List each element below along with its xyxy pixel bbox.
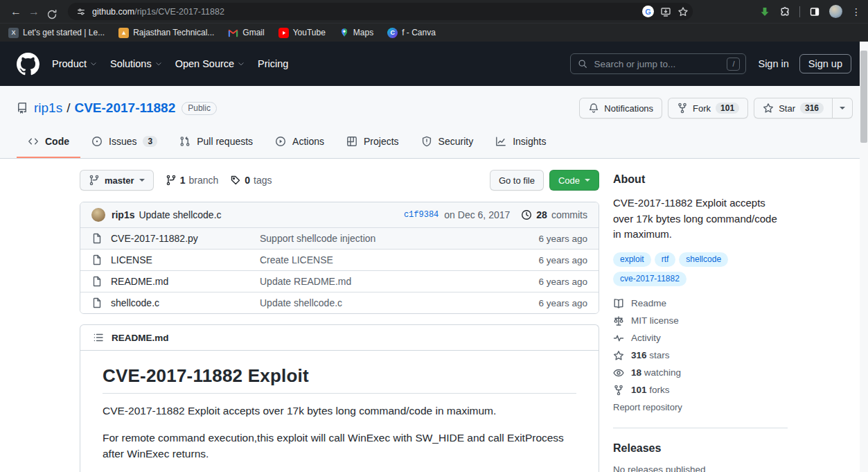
star-count[interactable]: 316	[800, 103, 824, 114]
readme-title: CVE-2017-11882 Exploit	[103, 365, 576, 394]
search-input[interactable]	[592, 58, 722, 70]
bookmark-star-icon[interactable]	[677, 6, 689, 17]
nav-solutions[interactable]: Solutions	[110, 58, 162, 69]
go-to-file-button[interactable]: Go to file	[490, 170, 544, 191]
files-box: rip1s Update shellcode.c c1f9384 on Dec …	[80, 202, 599, 314]
tab-actions[interactable]: Actions	[264, 126, 335, 158]
file-row[interactable]: shellcode.c Update shellcode.c 6 years a…	[80, 292, 599, 313]
file-row[interactable]: LICENSE Create LICENSE 6 years ago	[80, 249, 599, 270]
sign-in-link[interactable]: Sign in	[758, 58, 788, 69]
download-extension-icon[interactable]	[759, 6, 770, 17]
toolbar-right-cluster: ⋮	[759, 5, 861, 18]
commit-message[interactable]: Update shellcode.c	[139, 209, 221, 220]
star-button[interactable]: Star 316	[754, 98, 833, 119]
releases-empty-text: No releases published	[613, 464, 788, 472]
file-commit-message[interactable]: Create LICENSE	[260, 254, 538, 265]
forks-link[interactable]: 101 forks	[613, 385, 788, 396]
star-icon	[613, 350, 624, 361]
back-icon[interactable]: ←	[7, 0, 25, 23]
nav-open-source[interactable]: Open Source	[175, 58, 245, 69]
bookmark-item[interactable]: Gmail	[228, 28, 264, 38]
tab-pull-requests[interactable]: Pull requests	[168, 126, 264, 158]
github-logo-icon[interactable]	[17, 53, 39, 76]
topic-tag[interactable]: rtf	[655, 252, 676, 267]
file-age: 6 years ago	[538, 234, 587, 244]
search-box[interactable]: /	[570, 53, 746, 74]
file-age: 6 years ago	[538, 298, 587, 308]
file-commit-message[interactable]: Support shellcode injection	[260, 233, 538, 244]
bookmark-item[interactable]: ▲ Rajasthan Technical...	[118, 28, 214, 38]
file-row[interactable]: CVE-2017-11882.py Support shellcode inje…	[80, 227, 599, 249]
topic-tag[interactable]: cve-2017-11882	[613, 272, 687, 286]
tags-link[interactable]: 0 tags	[230, 175, 272, 186]
site-info-icon[interactable]	[76, 7, 86, 17]
topic-tag[interactable]: exploit	[613, 252, 651, 267]
star-dropdown-button[interactable]	[833, 98, 853, 119]
profile-avatar[interactable]	[829, 5, 842, 18]
sidebar: About CVE-2017-11882 Exploit accepts ove…	[613, 170, 788, 472]
commit-author-avatar[interactable]	[91, 208, 105, 222]
branch-selector[interactable]: master	[80, 170, 154, 191]
stars-link[interactable]: 316 stars	[613, 350, 788, 361]
install-icon[interactable]	[660, 6, 671, 17]
branches-link[interactable]: 1 branch	[166, 175, 219, 186]
bookmark-item[interactable]: YouTube	[278, 28, 326, 38]
license-link[interactable]: MIT license	[613, 315, 788, 326]
fork-button[interactable]: Fork 101	[668, 98, 748, 119]
tab-code[interactable]: Code	[17, 126, 80, 158]
issues-count: 3	[143, 136, 157, 147]
commit-sha[interactable]: c1f9384	[404, 210, 439, 220]
bookmark-item[interactable]: C f - Canva	[387, 28, 436, 38]
nav-pricing[interactable]: Pricing	[258, 58, 288, 69]
menu-dots-icon[interactable]: ⋮	[851, 6, 861, 17]
book-icon	[613, 298, 624, 309]
url-bar[interactable]: github.com/rip1s/CVE-2017-11882 G	[68, 3, 693, 20]
notifications-button[interactable]: Notifications	[579, 98, 662, 119]
bookmark-item[interactable]: X Let's get started | Le...	[8, 28, 105, 38]
file-name[interactable]: shellcode.c	[111, 297, 260, 308]
scrollbar-thumb[interactable]	[860, 51, 867, 143]
nav-product[interactable]: Product	[52, 58, 97, 69]
google-icon[interactable]: G	[642, 6, 654, 17]
file-name[interactable]: LICENSE	[111, 254, 260, 265]
tab-insights[interactable]: Insights	[484, 126, 557, 158]
readme-body: CVE-2017-11882 Exploit CVE-2017-11882 Ex…	[80, 351, 599, 472]
activity-link[interactable]: Activity	[613, 333, 788, 344]
file-age: 6 years ago	[538, 255, 587, 265]
bookmarks-bar: X Let's get started | Le... ▲ Rajasthan …	[0, 23, 868, 42]
extensions-puzzle-icon[interactable]	[779, 6, 790, 17]
forward-icon[interactable]: →	[25, 0, 43, 23]
file-commit-message[interactable]: Update README.md	[260, 276, 538, 287]
toolbar-separator	[799, 6, 800, 17]
repo-owner-link[interactable]: rip1s	[34, 100, 62, 116]
topic-tag[interactable]: shellcode	[679, 252, 728, 267]
file-name[interactable]: README.md	[111, 276, 260, 287]
watching-link[interactable]: 18 watching	[613, 367, 788, 378]
readme-paragraph: CVE-2017-11882 Exploit accepts over 17k …	[103, 403, 576, 419]
reload-icon[interactable]	[43, 3, 61, 20]
file-commit-message[interactable]: Update shellcode.c	[260, 297, 538, 308]
commit-history-link[interactable]: 28 commits	[521, 209, 587, 220]
side-panel-icon[interactable]	[809, 6, 820, 17]
readme-header[interactable]: README.md	[80, 325, 599, 351]
sign-up-button[interactable]: Sign up	[799, 54, 851, 73]
code-download-button[interactable]: Code	[549, 170, 599, 191]
repo-title-row: rip1s / CVE-2017-11882 Public Notificati…	[17, 97, 853, 119]
file-name[interactable]: CVE-2017-11882.py	[111, 233, 260, 244]
youtube-icon	[278, 28, 289, 38]
fork-count[interactable]: 101	[716, 103, 739, 114]
commit-author[interactable]: rip1s	[112, 209, 134, 220]
page-scrollbar[interactable]	[860, 42, 868, 472]
graph-icon	[495, 136, 506, 147]
url-text: github.com/rip1s/CVE-2017-11882	[92, 7, 224, 17]
tab-issues[interactable]: Issues 3	[80, 126, 168, 158]
file-icon	[91, 297, 103, 308]
tab-projects[interactable]: Projects	[335, 126, 410, 158]
edx-icon: X	[8, 28, 19, 38]
file-row[interactable]: README.md Update README.md 6 years ago	[80, 270, 599, 292]
readme-link[interactable]: Readme	[613, 298, 788, 309]
bookmark-item[interactable]: Maps	[339, 28, 373, 37]
report-repository-link[interactable]: Report repository	[613, 402, 788, 412]
repo-name-link[interactable]: CVE-2017-11882	[74, 100, 175, 116]
tab-security[interactable]: Security	[410, 126, 485, 158]
